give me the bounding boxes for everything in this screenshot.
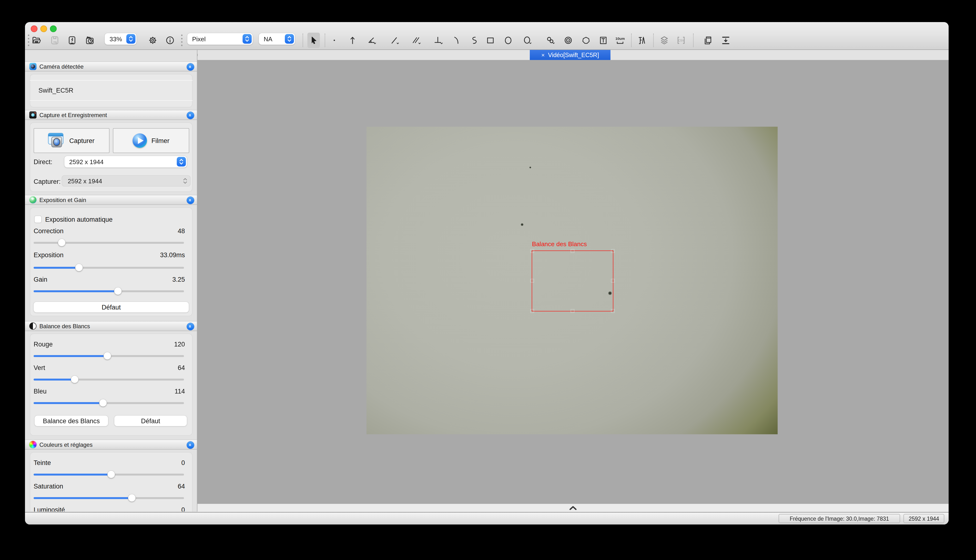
polygon-tool[interactable] xyxy=(580,33,592,48)
angle-tool[interactable] xyxy=(366,33,378,48)
white-balance-button[interactable]: Balance des Blancs xyxy=(35,415,108,426)
camera-flash-capture-icon[interactable] xyxy=(66,33,78,48)
collapse-section-button[interactable]: « xyxy=(187,63,194,70)
frame-info-cell: Fréquence de l'Image: 30.0,Image: 7831 xyxy=(779,514,900,523)
section-title: Couleurs et réglages xyxy=(39,441,92,448)
select-value: Pixel xyxy=(187,35,242,42)
correction-slider[interactable] xyxy=(33,239,185,246)
scale-bar-tool[interactable]: 10um xyxy=(614,33,626,48)
toolbar-separator xyxy=(631,33,632,47)
dust-speck xyxy=(521,223,524,226)
red-slider[interactable] xyxy=(33,352,185,359)
roi-resize-handle[interactable] xyxy=(570,249,574,253)
stepper-icon xyxy=(285,34,294,44)
tab-video[interactable]: × Vidéo[Swift_EC5R] xyxy=(530,50,610,60)
tab-label: Vidéo[Swift_EC5R] xyxy=(548,52,599,58)
section-header-camera[interactable]: Caméra détectée « xyxy=(25,62,197,72)
direct-resolution-select[interactable]: 2592 x 1944 xyxy=(64,156,187,167)
saturation-slider[interactable] xyxy=(33,494,185,502)
auto-exposure-checkbox[interactable] xyxy=(35,216,41,223)
slider-label: Gain xyxy=(33,276,47,283)
ellipse-tool[interactable] xyxy=(502,33,515,48)
gain-slider[interactable] xyxy=(33,287,185,295)
exposure-slider[interactable] xyxy=(33,264,185,271)
collapse-section-button[interactable]: « xyxy=(187,197,194,204)
gear-icon[interactable] xyxy=(147,33,159,48)
parallel-lines-tool[interactable] xyxy=(410,33,422,48)
caliper-tool[interactable] xyxy=(635,33,648,48)
zoom-window-button[interactable] xyxy=(50,25,57,32)
slider-label: Correction xyxy=(33,227,64,235)
arrow-tool[interactable] xyxy=(346,33,359,48)
video-canvas[interactable]: Balance des Blancs xyxy=(197,60,949,504)
capture-resolution-label: Capturer: xyxy=(33,178,61,185)
linked-circles-tool[interactable] xyxy=(544,33,557,48)
unit-select[interactable]: Pixel xyxy=(187,33,252,45)
roi-resize-handle[interactable] xyxy=(611,309,615,313)
expand-bottom-panel-button[interactable] xyxy=(569,506,577,510)
line-tool[interactable] xyxy=(388,33,401,48)
collapse-section-button[interactable]: « xyxy=(187,442,194,449)
microscope-live-image[interactable]: Balance des Blancs xyxy=(366,127,778,434)
collapse-section-button[interactable]: « xyxy=(187,112,194,119)
camera-list-item[interactable]: Swift_EC5R xyxy=(30,80,192,101)
color-wheel-icon xyxy=(29,441,37,448)
curve-tool[interactable] xyxy=(467,33,480,48)
section-header-color[interactable]: Couleurs et réglages « xyxy=(25,440,197,450)
text-tool[interactable] xyxy=(597,33,610,48)
close-window-button[interactable] xyxy=(31,25,37,32)
roi-resize-handle[interactable] xyxy=(611,279,615,283)
close-tab-icon[interactable]: × xyxy=(541,52,545,58)
open-folder-icon[interactable] xyxy=(30,33,43,48)
capture-button[interactable]: Capturer xyxy=(33,128,110,153)
exposure-default-button[interactable]: Défaut xyxy=(33,302,189,312)
slider-label: Rouge xyxy=(33,341,53,348)
concentric-circles-tool[interactable] xyxy=(562,33,575,48)
direct-resolution-label: Direct: xyxy=(33,158,52,165)
green-slider[interactable] xyxy=(33,376,185,383)
import-tool[interactable] xyxy=(720,33,732,48)
direct-resolution-value: 2592 x 1944 xyxy=(64,158,177,165)
sidebar: Caméra détectée « Swift_EC5R Capture et … xyxy=(25,50,197,512)
perpendicular-tool[interactable] xyxy=(432,33,444,48)
zoom-level-select[interactable]: 33% xyxy=(105,33,136,45)
roi-resize-handle[interactable] xyxy=(611,249,615,253)
white-balance-default-button[interactable]: Défaut xyxy=(114,415,187,426)
save-icon[interactable] xyxy=(48,33,61,48)
roi-resize-handle[interactable] xyxy=(530,309,534,313)
csv-export-icon[interactable]: CSV xyxy=(675,33,687,48)
button-label: Défaut xyxy=(141,417,160,425)
slider-label: Saturation xyxy=(33,483,63,490)
info-icon[interactable] xyxy=(164,33,176,48)
roi-resize-handle[interactable] xyxy=(530,249,534,253)
arc-tool[interactable] xyxy=(450,33,463,48)
section-title: Balance des Blancs xyxy=(39,323,90,330)
copy-tool[interactable] xyxy=(702,33,714,48)
cursor-tool[interactable] xyxy=(308,33,320,48)
white-balance-roi-rect[interactable] xyxy=(531,250,613,311)
capture-button-label: Capturer xyxy=(69,137,94,144)
stepper-icon xyxy=(126,34,135,44)
layers-tool[interactable] xyxy=(658,33,670,48)
record-play-icon xyxy=(133,133,147,148)
section-header-capture[interactable]: Capture et Enregistrement « xyxy=(25,110,197,120)
section-header-exposure[interactable]: Exposition et Gain « xyxy=(25,195,197,205)
dust-speck xyxy=(608,291,612,295)
blue-slider[interactable] xyxy=(33,399,185,407)
stepper-gray-icon xyxy=(183,178,187,184)
point-tool[interactable] xyxy=(328,33,341,48)
minimize-window-button[interactable] xyxy=(40,25,47,32)
roi-resize-handle[interactable] xyxy=(530,279,534,283)
camera-timer-capture-icon[interactable] xyxy=(84,33,96,48)
roi-resize-handle[interactable] xyxy=(570,309,574,313)
na-select[interactable]: NA xyxy=(259,33,295,45)
toolbar-separator xyxy=(653,33,654,47)
capture-resolution-select[interactable]: 2592 x 1944 xyxy=(62,176,190,186)
camera-body-icon xyxy=(29,111,37,118)
circle-tool[interactable] xyxy=(521,33,534,48)
record-button[interactable]: Filmer xyxy=(113,128,189,153)
collapse-section-button[interactable]: « xyxy=(187,323,194,330)
section-header-white-balance[interactable]: Balance des Blancs « xyxy=(25,321,197,331)
rectangle-tool[interactable] xyxy=(484,33,496,48)
hue-slider[interactable] xyxy=(33,471,185,478)
